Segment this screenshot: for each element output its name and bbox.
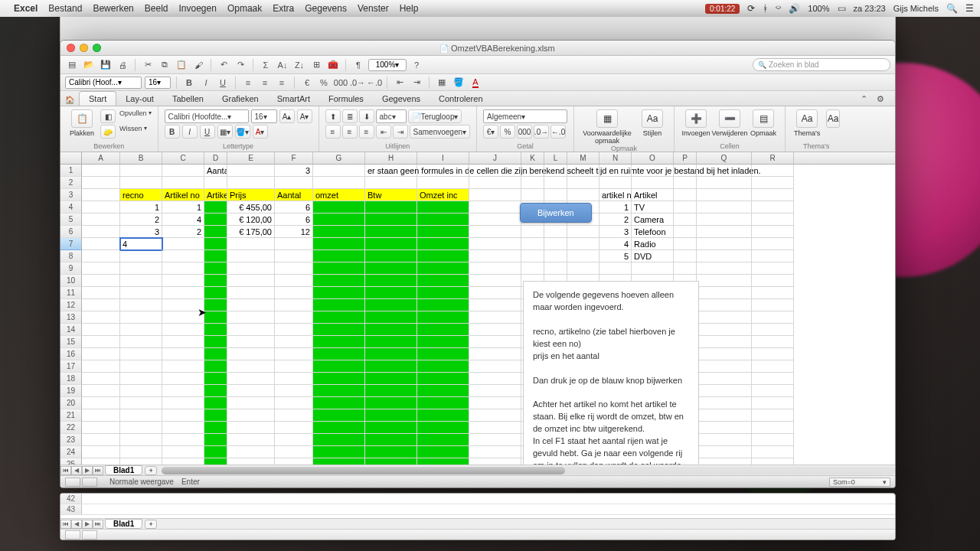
cell[interactable]: [752, 250, 794, 262]
cell-calc[interactable]: [365, 385, 417, 397]
cell[interactable]: [82, 311, 120, 324]
column-header[interactable]: J: [469, 152, 521, 164]
row-header[interactable]: 17: [60, 360, 82, 373]
indent-r-icon[interactable]: ⇥: [393, 125, 408, 139]
cell[interactable]: [674, 189, 697, 201]
cell-calc[interactable]: [313, 385, 365, 397]
cell[interactable]: [120, 458, 162, 465]
percent-btn[interactable]: %: [500, 125, 515, 139]
cell[interactable]: [120, 336, 162, 348]
cell[interactable]: [752, 165, 794, 177]
editing-cell[interactable]: 4: [120, 238, 162, 250]
cell[interactable]: [162, 275, 204, 287]
cell[interactable]: [120, 385, 162, 397]
bijwerken-button[interactable]: Bijwerken: [520, 203, 592, 223]
cell[interactable]: [752, 311, 794, 324]
cell[interactable]: [227, 250, 275, 262]
cell-calc[interactable]: [365, 397, 417, 409]
table-header[interactable]: Artikel no: [162, 189, 204, 201]
cell-calc[interactable]: [204, 446, 227, 458]
cell-calc[interactable]: [313, 348, 365, 360]
cell-calc[interactable]: [365, 348, 417, 360]
cell[interactable]: [697, 165, 752, 177]
cell[interactable]: [521, 262, 544, 275]
cell[interactable]: [752, 299, 794, 311]
currency-icon[interactable]: €: [300, 76, 314, 90]
bluetooth-icon[interactable]: ᚼ: [763, 3, 768, 14]
cell-calc[interactable]: [365, 434, 417, 446]
cell-calc[interactable]: [313, 275, 365, 287]
bg-row-header[interactable]: 43: [60, 504, 82, 514]
instructions-text-box[interactable]: De volgende gegevens hoeven alleen maar …: [523, 281, 699, 465]
cell[interactable]: [82, 422, 120, 434]
cell[interactable]: [469, 201, 521, 214]
cell[interactable]: [469, 238, 521, 250]
ribbon-italic-icon[interactable]: I: [182, 125, 198, 139]
window-titlebar[interactable]: OmzetVBABerekening.xlsm: [60, 41, 895, 56]
insert-button[interactable]: ➕Invoegen: [681, 109, 711, 137]
cell-calc[interactable]: [313, 397, 365, 409]
new-icon[interactable]: ▤: [65, 58, 79, 72]
cell[interactable]: [275, 446, 313, 458]
add-sheet-button[interactable]: +: [145, 466, 157, 475]
delete-button[interactable]: ➖Verwijderen: [714, 109, 745, 137]
cell[interactable]: [82, 238, 120, 250]
cell-calc[interactable]: [365, 336, 417, 348]
tab-nav-prev[interactable]: ◀: [71, 466, 82, 475]
cell[interactable]: [227, 348, 275, 360]
inc-dec-btn[interactable]: .0→: [534, 125, 549, 139]
bg-row-header[interactable]: 42: [60, 494, 82, 504]
cell[interactable]: [697, 275, 752, 287]
cell-calc[interactable]: [417, 250, 469, 262]
cell[interactable]: [227, 373, 275, 385]
cell[interactable]: [599, 165, 632, 177]
cell-calc[interactable]: [204, 434, 227, 446]
sheet-search[interactable]: Zoeken in blad: [753, 58, 890, 71]
ribbon-font-select[interactable]: Calibri (Hoofdte... ▾: [165, 109, 249, 123]
lookup-art[interactable]: Radio: [632, 238, 674, 250]
align-l-icon[interactable]: ≡: [325, 125, 341, 139]
table-header[interactable]: Btw: [365, 189, 417, 201]
table-header[interactable]: omzet: [313, 189, 365, 201]
bg-tab-nav-prev[interactable]: ◀: [71, 520, 82, 529]
row-header[interactable]: 20: [60, 397, 82, 409]
cell-calc[interactable]: [417, 311, 469, 324]
cell[interactable]: [417, 165, 469, 177]
column-header[interactable]: A: [82, 152, 120, 164]
cell[interactable]: [752, 275, 794, 287]
cell[interactable]: [227, 165, 275, 177]
cell-calc[interactable]: [365, 446, 417, 458]
cell-calc[interactable]: [204, 360, 227, 373]
cell-calc[interactable]: [204, 397, 227, 409]
cell[interactable]: [82, 446, 120, 458]
column-header[interactable]: L: [544, 152, 567, 164]
cell[interactable]: [227, 262, 275, 275]
cell[interactable]: [697, 360, 752, 373]
cell[interactable]: [227, 446, 275, 458]
cell[interactable]: [82, 348, 120, 360]
cell[interactable]: [82, 458, 120, 465]
cell-calc[interactable]: [365, 311, 417, 324]
cell[interactable]: [752, 324, 794, 336]
cell[interactable]: [120, 360, 162, 373]
cell[interactable]: [227, 177, 275, 189]
cell[interactable]: [674, 238, 697, 250]
row-header[interactable]: 23: [60, 434, 82, 446]
view-layout-icon[interactable]: [82, 478, 97, 487]
cell[interactable]: [521, 177, 544, 189]
cell[interactable]: [469, 299, 521, 311]
cell[interactable]: [697, 201, 752, 214]
cell[interactable]: [567, 238, 599, 250]
cell[interactable]: [697, 299, 752, 311]
cell-calc[interactable]: [417, 348, 469, 360]
grid-body[interactable]: 1Aantal Bestellingen3er staan geen formu…: [60, 165, 895, 465]
cell[interactable]: [469, 446, 521, 458]
minimize-button[interactable]: [80, 44, 88, 52]
row-header[interactable]: 13: [60, 311, 82, 324]
cell-calc[interactable]: [313, 409, 365, 422]
cell-calc[interactable]: [365, 299, 417, 311]
cell-calc[interactable]: [365, 275, 417, 287]
cell[interactable]: [752, 373, 794, 385]
cell[interactable]: [82, 262, 120, 275]
gallery-icon[interactable]: ⊞: [309, 58, 323, 72]
